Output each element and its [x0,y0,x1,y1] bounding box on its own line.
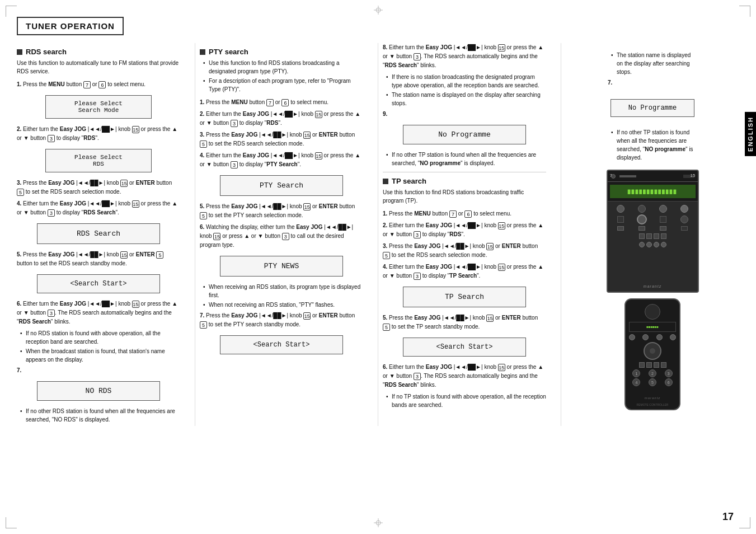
language-tab: ENGLISH [745,112,756,156]
pty-intro-2: For a description of each program type, … [203,77,363,93]
remote-numpad: 1 2 3 4 5 6 [629,369,676,386]
page-number: 17 [722,511,734,523]
display-tp-search-start: <Search Start> [383,334,546,360]
bottom-btn-2 [646,242,652,247]
top-crosshair [373,4,384,17]
main-title-box: TUNER OPERATION [17,17,124,35]
pty-search-heading-text: PTY search [209,48,248,56]
pty-intro-1: Use this function to find RDS stations b… [203,59,363,76]
section-divider [383,172,546,172]
display-search-start-rds: <Search Start> [17,271,180,297]
display-pty-box: PTY Search [220,175,343,196]
rds-search-column: RDS search Use this function to automati… [17,43,190,426]
step-8: 8. Either turn the Easy JOG |◄◄/██►| kno… [383,43,546,70]
numpad-5: 5 [649,378,656,386]
bottom-btn-row [611,242,694,247]
pty-step-4: 4. Either turn the Easy JOG |◄◄/██►| kno… [200,151,363,169]
tp-step-3: 3. Press the Easy JOG |◄◄/██►| knob 15 o… [383,242,546,260]
display-please-select-rds: Please SelectRDS [17,146,180,176]
device-label-15: 15 [691,173,696,178]
step8-bullet-a: If there is no station broadcasting the … [386,73,546,90]
tp-bullet-station-name: The station name is displayed on the dis… [611,51,697,76]
pty-heading-icon [200,49,205,55]
step9-bullet-a: If no other TP station is found when all… [386,151,546,167]
tp-bullet-6a: If no TP station is found with above ope… [386,392,546,409]
rds-step-2: 2. Either turn the Easy JOG |◄◄/██►| kno… [17,125,180,143]
ctrl-10 [660,226,666,231]
display-pty-search-start: <Search Start> [200,332,363,358]
pty-step6-bullets: When receiving an RDS station, its progr… [200,283,363,309]
pty-search-column: PTY search Use this function to find RDS… [200,43,373,426]
display-no-rds: NO RDS [17,378,180,404]
device-label-7: 7 [610,173,612,178]
rds-bullet-no-station: If no other RDS station is found when al… [20,407,180,424]
bottom-crosshair [373,517,384,530]
receiver-display-area: █████████████ [608,182,698,202]
rds-step-1: 1. Press the MENU button 7 or 6 to selec… [17,80,180,89]
receiver-controls-area [608,202,698,251]
tp-search-column: 8. Either turn the Easy JOG |◄◄/██►| kno… [383,43,556,426]
bottom-btn-4 [661,242,666,247]
remote-device-illustration: ■■■■■■ [624,298,680,410]
transport-2 [646,233,652,239]
numpad-6: 6 [665,378,673,386]
ctrl-2 [638,205,646,213]
rds-step-3: 3. Press the Easy JOG |◄◄/██►| knob 15 o… [17,179,180,196]
rds-bullet-6a: If no RDS station is found with above op… [20,329,180,346]
page-container: ENGLISH TUNER OPERATION RDS search Use t… [0,0,756,534]
tp-step-2: 2. Either turn the Easy JOG |◄◄/██►| kno… [383,221,546,239]
rds-no-station-bullet: If no other RDS station is found when al… [17,407,180,424]
remote-logo-text: marantz [645,396,661,400]
remote-btn-2 [642,334,649,340]
numpad-3: 3 [665,369,673,377]
display-pty-news: PTY NEWS [200,252,363,280]
transport-row [611,233,694,239]
tp-step-6: 6. Either turn the Easy JOG |◄◄/██►| kno… [383,363,546,390]
remote-subtitle: REMOTE CONTROLLER [637,403,669,406]
display-tp-search-start-box: <Search Start> [403,338,526,357]
right-illustrations-column: The station name is displayed on the dis… [566,43,739,426]
remote-top [645,304,660,320]
display-box-2: Please SelectRDS [45,149,152,172]
step-9-bullets: If no other TP station is found when all… [383,151,546,167]
ctrl-center [637,214,647,224]
tp-search-heading-text: TP search [392,177,426,185]
step-8-bullets: If there is no station broadcasting the … [383,73,546,107]
remote-btn-1 [629,334,635,340]
bottom-btn-1 [639,242,645,247]
display-pty-search: PTY Search [200,172,363,199]
main-content: RDS search Use this function to automati… [17,43,739,426]
display-pty-search-start-box: <Search Start> [220,335,343,354]
remote-btn-3 [656,334,663,340]
rds-search-heading: RDS search [17,48,180,56]
numpad-2: 2 [649,369,656,377]
bottom-btn-3 [654,242,659,247]
lcd-display: █████████████ [610,185,696,198]
display-box-5: NO RDS [37,381,160,401]
numpad-1: 1 [632,369,640,377]
numpad-4: 4 [632,378,640,386]
transport-3 [654,233,659,239]
ctrl-4 [680,205,688,213]
remote-nav-center [650,348,655,354]
display-rds-search: RDS Search [17,220,180,247]
lcd-text: █████████████ [628,189,677,194]
transport-1 [639,233,645,239]
rds-step-6: 6. Either turn the Easy JOG |◄◄/██►| kno… [17,299,180,326]
pty-step-5: 5. Press the Easy JOG |◄◄/██►| knob 15 o… [200,202,363,220]
display-box-1: Please SelectSearch Mode [45,95,152,119]
tp-step6-bullets: If no TP station is found with above ope… [383,392,546,409]
display-no-programme-9: No Programme [383,121,546,148]
corner-mark-tr [739,6,750,17]
rds-step-7: 7. [17,366,180,375]
pty-step-7: 7. Press the Easy JOG |◄◄/██►| knob 15 o… [200,311,363,329]
remote-nav [644,342,661,360]
step-7-label: 7. [608,78,697,87]
tp-heading-icon [383,179,388,184]
remote-btn-4 [670,334,676,340]
receiver-device-illustration: 15 7 █████████████ [607,170,699,293]
pty-intro-bullets: Use this function to find RDS stations b… [200,59,363,93]
separator-2 [378,43,378,426]
ctrl-8 [617,226,624,231]
ctrl-6 [660,216,666,223]
